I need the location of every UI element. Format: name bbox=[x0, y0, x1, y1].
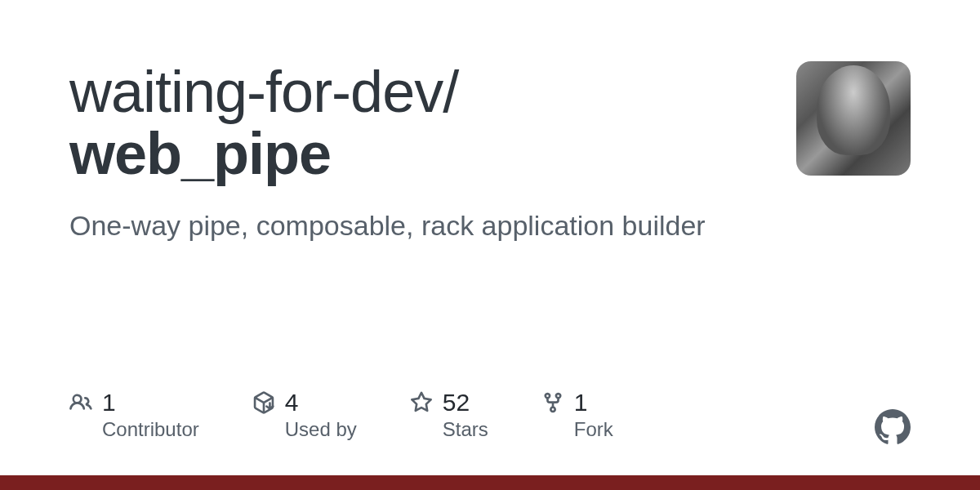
repo-owner: waiting-for-dev/ bbox=[69, 61, 796, 123]
stats-row: 1 Contributor 4 Used by 52 Stars 1 Fork bbox=[69, 389, 613, 441]
title-block: waiting-for-dev/ web_pipe One-way pipe, … bbox=[69, 61, 796, 243]
accent-bar bbox=[0, 475, 980, 490]
stars-count: 52 bbox=[443, 389, 470, 416]
forks-count: 1 bbox=[574, 389, 588, 416]
stars-label: Stars bbox=[443, 418, 488, 441]
contributors-label: Contributor bbox=[102, 418, 199, 441]
stat-stars[interactable]: 52 Stars bbox=[410, 389, 488, 441]
header-row: waiting-for-dev/ web_pipe One-way pipe, … bbox=[69, 61, 911, 243]
repo-description: One-way pipe, composable, rack applicati… bbox=[69, 207, 796, 243]
github-logo-icon[interactable] bbox=[875, 409, 911, 445]
repo-name: web_pipe bbox=[69, 123, 796, 185]
usedby-count: 4 bbox=[285, 389, 299, 416]
repo-card: waiting-for-dev/ web_pipe One-way pipe, … bbox=[0, 0, 980, 490]
fork-icon bbox=[541, 391, 564, 414]
owner-avatar[interactable] bbox=[796, 61, 911, 176]
stat-contributors[interactable]: 1 Contributor bbox=[69, 389, 199, 441]
contributors-count: 1 bbox=[102, 389, 116, 416]
star-icon bbox=[410, 391, 433, 414]
stat-forks[interactable]: 1 Fork bbox=[541, 389, 613, 441]
usedby-label: Used by bbox=[285, 418, 357, 441]
forks-label: Fork bbox=[574, 418, 613, 441]
package-icon bbox=[252, 391, 275, 414]
people-icon bbox=[69, 391, 92, 414]
stat-usedby[interactable]: 4 Used by bbox=[252, 389, 357, 441]
